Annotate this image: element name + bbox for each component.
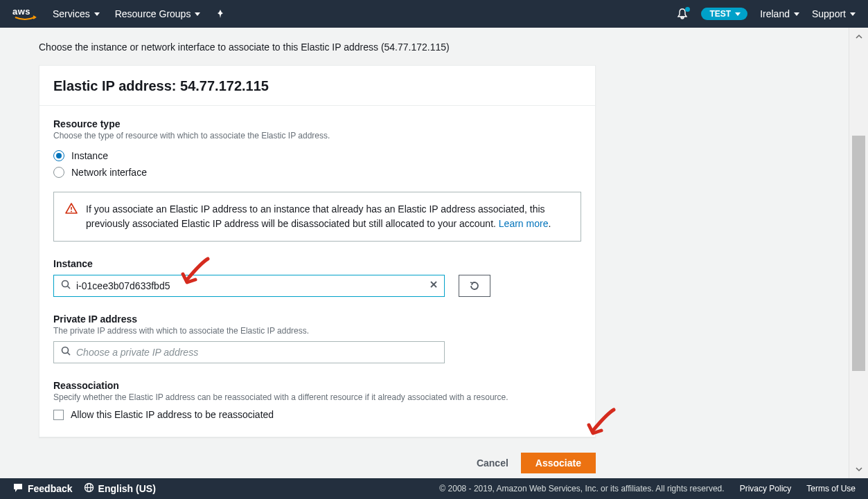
cancel-button[interactable]: Cancel (477, 457, 508, 469)
chevron-down-icon (850, 12, 856, 16)
radio-instance[interactable]: Instance (53, 147, 581, 164)
feedback-button[interactable]: Feedback (12, 483, 73, 495)
reassociation-checkbox-label: Allow this Elastic IP address to be reas… (71, 409, 274, 420)
language-selector[interactable]: English (US) (84, 482, 156, 495)
chevron-down-icon (94, 12, 100, 16)
privacy-link[interactable]: Privacy Policy (740, 484, 792, 493)
support-label: Support (812, 8, 846, 19)
aws-logo[interactable]: aws (12, 6, 37, 21)
account-menu[interactable]: TEST (701, 8, 747, 20)
scroll-down-icon[interactable] (849, 460, 868, 478)
nav-services-label: Services (53, 8, 90, 19)
instance-input[interactable] (76, 280, 423, 291)
scroll-thumb[interactable] (852, 136, 865, 371)
region-label: Ireland (760, 8, 790, 19)
clear-icon[interactable] (429, 280, 439, 292)
page-body: Choose the instance or network interface… (0, 28, 849, 478)
instance-input-wrapper[interactable] (53, 275, 445, 297)
vertical-scrollbar[interactable] (849, 28, 868, 478)
resource-type-label: Resource type (53, 118, 581, 129)
svg-text:aws: aws (12, 6, 30, 17)
notification-dot (685, 7, 690, 12)
svg-line-8 (68, 353, 71, 356)
region-menu[interactable]: Ireland (760, 8, 799, 19)
copyright-text: © 2008 - 2019, Amazon Web Services, Inc.… (439, 484, 724, 493)
form-actions: Cancel Associate (39, 437, 596, 478)
radio-instance-label: Instance (71, 150, 108, 161)
scroll-track[interactable] (849, 46, 868, 460)
feedback-label: Feedback (28, 483, 73, 494)
info-alert: If you associate an Elastic IP address t… (53, 192, 581, 242)
warning-icon (65, 202, 78, 231)
radio-network-interface[interactable]: Network interface (53, 164, 581, 181)
globe-icon (84, 482, 94, 495)
learn-more-link[interactable]: Learn more (499, 218, 549, 229)
refresh-button[interactable] (459, 275, 490, 297)
radio-icon (53, 167, 64, 178)
chevron-down-icon (794, 12, 799, 16)
svg-point-3 (62, 281, 69, 287)
private-ip-input[interactable] (76, 347, 439, 358)
card-title: Elastic IP address: 54.77.172.115 (53, 78, 581, 94)
instance-label: Instance (53, 258, 581, 269)
speech-bubble-icon (12, 483, 24, 495)
scroll-up-icon[interactable] (849, 28, 868, 46)
alert-text: If you associate an Elastic IP address t… (86, 203, 545, 229)
card-header: Elastic IP address: 54.77.172.115 (39, 66, 595, 106)
chevron-down-icon (195, 12, 200, 16)
search-icon (61, 280, 71, 292)
associate-button[interactable]: Associate (521, 453, 596, 473)
radio-icon (53, 150, 64, 161)
top-navbar: aws Services Resource Groups TEST (0, 0, 868, 28)
private-ip-label: Private IP address (53, 314, 581, 325)
nav-services[interactable]: Services (53, 8, 100, 19)
page-subheader: Choose the instance or network interface… (39, 42, 849, 53)
refresh-icon (469, 280, 480, 291)
private-ip-desc: The private IP address with which to ass… (53, 326, 581, 336)
private-ip-input-wrapper[interactable] (53, 341, 445, 363)
reassociation-desc: Specify whether the Elastic IP address c… (53, 392, 581, 402)
terms-link[interactable]: Terms of Use (806, 484, 856, 493)
reassociation-label: Reassociation (53, 380, 581, 391)
elastic-ip-card: Elastic IP address: 54.77.172.115 Resour… (39, 65, 596, 437)
chevron-down-icon (735, 12, 741, 16)
pin-icon[interactable] (215, 9, 225, 19)
checkbox-icon (53, 410, 64, 420)
svg-point-2 (71, 211, 72, 212)
nav-resource-groups-label: Resource Groups (115, 8, 191, 19)
language-label: English (US) (98, 483, 156, 494)
resource-type-desc: Choose the type of resource with which t… (53, 131, 581, 140)
support-menu[interactable]: Support (812, 8, 856, 19)
notifications-button[interactable] (676, 8, 689, 20)
svg-line-4 (68, 287, 71, 289)
radio-eni-label: Network interface (71, 167, 147, 178)
nav-resource-groups[interactable]: Resource Groups (115, 8, 201, 19)
footer: Feedback English (US) © 2008 - 2019, Ama… (0, 478, 868, 499)
svg-point-7 (62, 347, 69, 354)
search-icon (61, 346, 71, 359)
account-label: TEST (709, 9, 731, 19)
reassociation-checkbox-row[interactable]: Allow this Elastic IP address to be reas… (53, 409, 581, 420)
